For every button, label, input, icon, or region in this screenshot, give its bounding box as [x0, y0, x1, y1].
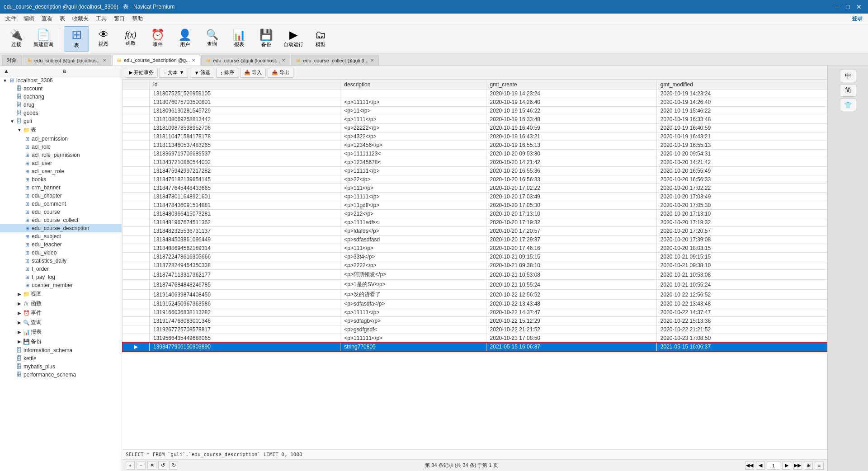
toolbar-table[interactable]: ⊞ 表 — [64, 26, 89, 52]
menu-help[interactable]: 帮助 — [128, 14, 146, 24]
sidebar-item-edu-chapter[interactable]: ⊞ edu_chapter — [0, 192, 122, 200]
sidebar-item-views-folder[interactable]: ▶ 📁 视图 — [0, 289, 122, 299]
table-row[interactable]: 1319267725708578817<p>gsdfgsdf<2020-10-2… — [123, 325, 827, 334]
table-row[interactable]: 1318478011648921601<p>11111</p>2020-10-2… — [123, 193, 827, 201]
table-row[interactable]: 1319174768083001346<p>sdfagb</p>2020-10-… — [123, 317, 827, 325]
toggle-views[interactable]: ▶ — [16, 292, 23, 297]
last-page-btn[interactable]: ▶▶ — [793, 462, 802, 470]
sidebar-item-kettle[interactable]: 🗄 kettle — [0, 354, 122, 363]
table-row[interactable]: 1318747684848246785<p>1是的SV</p>2020-10-2… — [123, 280, 827, 290]
export-btn[interactable]: 📤 导出 — [268, 68, 293, 78]
toggle-localhost[interactable]: ▼ — [2, 78, 8, 83]
toolbar-view[interactable]: 👁 视图 — [91, 26, 116, 52]
tab-edu-course[interactable]: ⊞ edu_course @guli (localhost... ✕ — [201, 55, 290, 66]
col-id[interactable]: id — [150, 80, 340, 89]
right-btn-zh[interactable]: 中 — [840, 70, 856, 82]
toolbar-autorun[interactable]: ▶ 自动运行 — [281, 26, 306, 52]
table-row[interactable]: 1318481967674511362<p>1111sdfs<2020-10-2… — [123, 218, 827, 227]
table-row[interactable]: 1318108069258813442<p>1111</p>2020-10-19… — [123, 115, 827, 124]
table-row[interactable]: 1319166036838113282<p>11111</p>2020-10-2… — [123, 308, 827, 317]
sort-btn[interactable]: ↕ 排序 — [216, 68, 238, 78]
sidebar-item-acl-role-permission[interactable]: ⊞ acl_role_permission — [0, 151, 122, 159]
toggle-events[interactable]: ▶ — [16, 311, 23, 316]
toggle-queries[interactable]: ▶ — [16, 320, 23, 325]
grid-view-btn[interactable]: ⊞ — [804, 462, 813, 470]
col-description[interactable]: description — [340, 80, 486, 89]
toolbar-connect[interactable]: 🔌 连接 — [4, 26, 29, 52]
sidebar-item-acl-role[interactable]: ⊞ acl_role — [0, 143, 122, 151]
close-button[interactable]: ✕ — [854, 2, 864, 11]
table-row[interactable]: 1319140639874408450<p>发的货看了2020-10-22 12… — [123, 290, 827, 300]
sidebar-item-performance-schema[interactable]: 🗄 performance_schema — [0, 371, 122, 379]
sidebar-item-mybatis-plus[interactable]: 🗄 mybatis_plus — [0, 363, 122, 371]
tab-object[interactable]: 对象 — [2, 55, 22, 66]
toolbar-report[interactable]: 📊 报表 — [226, 26, 252, 52]
tab-close-1[interactable]: ✕ — [103, 58, 106, 63]
toggle-reports[interactable]: ▶ — [16, 330, 23, 334]
toolbar-new-query[interactable]: 📄 新建查询 — [31, 26, 56, 52]
toolbar-event[interactable]: ⏰ 事件 — [145, 26, 170, 52]
sidebar-item-ucenter-member[interactable]: ⊞ ucenter_member — [0, 281, 122, 289]
sidebar-nav-left[interactable]: ▲ — [4, 68, 9, 74]
sidebar-item-edu-comment[interactable]: ⊞ edu_comment — [0, 200, 122, 208]
minimize-button[interactable]: ─ — [833, 2, 843, 11]
table-row[interactable]: 1318480366415073281<p>212</p>2020-10-20 … — [123, 210, 827, 218]
toggle-guli[interactable]: ▼ — [9, 119, 15, 124]
menu-edit[interactable]: 编辑 — [20, 14, 38, 24]
apply-btn[interactable]: ↻ — [169, 462, 178, 470]
page-number-input[interactable] — [767, 462, 780, 470]
delete-row-btn[interactable]: − — [137, 462, 146, 470]
col-gmt-modified[interactable]: gmt_modified — [656, 80, 827, 89]
table-row[interactable]: 1318476182139654145<p>22</p>2020-10-20 1… — [123, 175, 827, 184]
table-row[interactable]: 1319152450967363586<p>sdfasdfa</p>2020-1… — [123, 300, 827, 308]
sidebar-item-acl-user[interactable]: ⊞ acl_user — [0, 159, 122, 167]
sidebar-item-books[interactable]: ⊞ books — [0, 175, 122, 184]
toggle-functions[interactable]: ▶ — [16, 301, 23, 306]
table-row[interactable]: 1318747113317362177<p>阿斯顿发</p>2020-10-21… — [123, 270, 827, 280]
sidebar-item-goods[interactable]: 🗄 goods — [0, 109, 122, 117]
sidebar-item-drug[interactable]: 🗄 drug — [0, 101, 122, 109]
menu-tools[interactable]: 工具 — [92, 14, 110, 24]
sidebar-item-acl-user-role[interactable]: ⊞ acl_user_role — [0, 167, 122, 175]
first-page-btn[interactable]: ◀◀ — [745, 462, 754, 470]
table-row[interactable]: 1318484503861096449<p>sdfasdfasd2020-10-… — [123, 236, 827, 244]
sidebar-item-edu-course[interactable]: ⊞ edu_course — [0, 208, 122, 216]
toolbar-model[interactable]: 🗂 模型 — [308, 26, 333, 52]
toggle-backups[interactable]: ▶ — [16, 339, 23, 344]
table-row[interactable]: 1318076075703500801<p>11111</p>2020-10-1… — [123, 98, 827, 107]
sidebar-item-functions-folder[interactable]: ▶ fx 函数 — [0, 299, 122, 308]
prev-page-btn[interactable]: ◀ — [756, 462, 765, 470]
right-btn-shirt[interactable]: 👕 — [840, 99, 856, 111]
sidebar-item-tables-folder[interactable]: ▼ 📁 表 — [0, 125, 122, 135]
table-row[interactable]: 1318369719706689537<p>11111123<2020-10-2… — [123, 150, 827, 158]
table-row[interactable]: 1318722478616305666<p>33t4</p>2020-10-21… — [123, 253, 827, 261]
menu-view[interactable]: 查看 — [38, 14, 56, 24]
table-row[interactable]: 1318488694562189314<p>111</p>2020-10-20 … — [123, 244, 827, 253]
tab-close-3[interactable]: ✕ — [282, 58, 285, 63]
next-page-btn[interactable]: ▶ — [782, 462, 791, 470]
list-view-btn[interactable]: ≡ — [815, 462, 824, 470]
sidebar-item-reports-folder[interactable]: ▶ 📊 报表 — [0, 327, 122, 337]
sidebar-item-statistics-daily[interactable]: ⊞ statistics_daily — [0, 257, 122, 265]
menu-table[interactable]: 表 — [56, 14, 69, 24]
table-row[interactable]: 13180752515269591052020-10-19 14:23:2420… — [123, 89, 827, 98]
tab-edu-course-collect[interactable]: ⊞ edu_course_collect @guli (l... ✕ — [291, 55, 378, 66]
toolbar-user[interactable]: 👤 用户 — [172, 26, 198, 52]
menu-favorites[interactable]: 收藏夹 — [69, 14, 92, 24]
table-row[interactable]: 1318437210860544002<p>12345678<2020-10-2… — [123, 158, 827, 167]
table-row[interactable]: 1318110471584178178<p>4322</p>2020-10-19… — [123, 132, 827, 141]
right-btn-simple[interactable]: 简 — [840, 84, 856, 97]
table-row[interactable]: 1318475942997217282<p>11111</p>2020-10-2… — [123, 167, 827, 175]
sidebar-item-guli[interactable]: ▼ 🗄 guli — [0, 117, 122, 125]
sidebar-item-queries-folder[interactable]: ▶ 🔍 查询 — [0, 318, 122, 327]
table-row[interactable]: 1318482325536731137<p>fdafds</p>2020-10-… — [123, 227, 827, 236]
toggle-tables[interactable]: ▼ — [16, 127, 23, 132]
sidebar-item-t-order[interactable]: ⊞ t_order — [0, 265, 122, 273]
cancel-edit-btn[interactable]: ✕ — [147, 462, 156, 470]
sidebar-item-dachang[interactable]: 🗄 dachang — [0, 93, 122, 101]
sidebar-item-edu-video[interactable]: ⊞ edu_video — [0, 249, 122, 257]
sidebar-item-acl-permission[interactable]: ⊞ acl_permission — [0, 135, 122, 143]
toolbar-query[interactable]: 🔍 查询 — [199, 26, 225, 52]
col-gmt-create[interactable]: gmt_create — [486, 80, 656, 89]
menu-file[interactable]: 文件 — [2, 14, 20, 24]
